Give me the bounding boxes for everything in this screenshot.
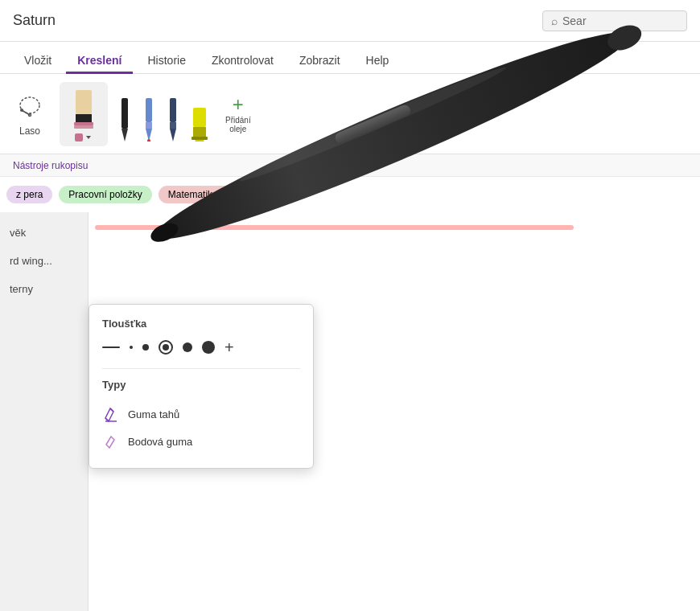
tags-bar: z pera Pracovní položky Matematika a fyz… [0, 177, 700, 212]
lasso-svg [15, 92, 44, 121]
thickness-xl-option[interactable] [202, 341, 215, 354]
eraser-stroke-option[interactable]: Guma tahů [102, 400, 300, 428]
svg-rect-9 [121, 98, 128, 129]
thickness-line-shape [102, 347, 120, 348]
svg-rect-15 [170, 98, 176, 122]
ribbon-toolbar: Laso [0, 74, 700, 154]
title-bar: Saturn ⌕ Sear [0, 0, 700, 42]
svg-rect-11 [146, 98, 152, 122]
svg-rect-4 [76, 90, 92, 114]
tab-historie[interactable]: Historie [136, 49, 196, 74]
app-title: Saturn [13, 12, 56, 29]
yellow-highlighter-tool[interactable] [187, 100, 212, 143]
eraser-stroke-svg [102, 405, 120, 423]
svg-marker-8 [86, 136, 91, 139]
search-box[interactable]: ⌕ Sear [542, 10, 687, 31]
thickness-plus-icon: + [224, 339, 234, 355]
eraser-icon [66, 87, 101, 137]
svg-rect-12 [146, 122, 152, 129]
lasso-icon [14, 92, 45, 122]
section-label-bar: Nástroje rukopisu [0, 154, 700, 177]
svg-rect-18 [193, 108, 206, 127]
eraser-stroke-icon [102, 405, 120, 423]
thickness-title: Tloušťka [102, 318, 300, 330]
thickness-md-option[interactable] [142, 344, 149, 351]
types-divider [102, 368, 300, 369]
blue-pen-icon [140, 95, 158, 141]
sidebar-item-vek[interactable]: věk [0, 219, 88, 247]
tag-matematika[interactable]: Matematika a fyzika [159, 186, 263, 203]
add-tool-button[interactable]: + Přidáníoleje [219, 92, 257, 137]
svg-rect-6 [74, 122, 93, 125]
eraser-point-option[interactable]: Bodová guma [102, 428, 300, 455]
pen-tools-row [114, 82, 212, 146]
sidebar-item-terny[interactable]: terny [0, 275, 88, 303]
dropdown-arrow-icon [84, 133, 93, 141]
eraser-point-icon [102, 433, 120, 450]
thickness-add-button[interactable]: + [224, 339, 234, 355]
black-pen-tool[interactable] [114, 93, 135, 143]
tab-kresleni[interactable]: Kreslení [66, 49, 133, 74]
section-label-text: Nástroje rukopisu [13, 160, 88, 171]
black-pen-icon [116, 95, 134, 141]
svg-marker-10 [121, 129, 128, 141]
thickness-sm-option[interactable] [130, 346, 133, 349]
svg-marker-17 [170, 129, 176, 141]
svg-marker-21 [193, 140, 206, 141]
thickness-dropdown: Tloušťka + Typy [89, 304, 314, 469]
blue-pen-tool[interactable] [138, 93, 159, 143]
tab-zkontrolovat[interactable]: Zkontrolovat [200, 49, 285, 74]
thickness-selected-option[interactable] [159, 340, 173, 355]
dark-pen-icon [164, 95, 182, 141]
tab-vlozit[interactable]: Vložit [13, 49, 63, 74]
lasso-label: Laso [19, 125, 40, 137]
thickness-line-option[interactable] [102, 347, 120, 348]
section-label: Nástroje rukopisu [314, 141, 383, 150]
svg-marker-19 [193, 127, 206, 137]
lasso-tool[interactable]: Laso [6, 87, 53, 141]
types-title: Typy [102, 379, 300, 391]
tab-zobrazit[interactable]: Zobrazit [288, 49, 352, 74]
tag-pracovni[interactable]: Pracovní položky [59, 186, 151, 203]
eraser-point-label: Bodová guma [128, 436, 192, 448]
search-icon: ⌕ [551, 14, 558, 27]
svg-rect-20 [191, 137, 208, 140]
sidebar-item-rdwing[interactable]: rd wing... [0, 247, 88, 275]
eraser-stroke-label: Guma tahů [128, 408, 179, 420]
thickness-lg-shape [183, 342, 192, 352]
tag-z-pera[interactable]: z pera [6, 186, 52, 203]
add-label: Přidáníoleje [225, 116, 251, 133]
tab-help[interactable]: Help [355, 49, 401, 74]
thickness-md-shape [142, 344, 149, 351]
highlight-bar [95, 225, 574, 230]
thickness-selected-shape [159, 340, 173, 355]
dark-pen-tool[interactable] [163, 93, 183, 143]
thickness-xl-shape [202, 341, 215, 354]
search-placeholder: Sear [562, 14, 587, 27]
yellow-highlighter-icon [188, 101, 211, 141]
svg-rect-7 [74, 125, 93, 129]
thickness-sm-shape [130, 346, 133, 349]
ribbon-tabs: Vložit Kreslení Historie Zkontrolovat Zo… [0, 42, 700, 74]
thickness-row: + [102, 339, 300, 355]
svg-rect-16 [170, 122, 176, 129]
add-icon: + [233, 95, 244, 114]
color-swatch [75, 133, 83, 141]
left-sidebar: věk rd wing... terny [0, 212, 89, 611]
eraser-tool-selected[interactable] [60, 82, 108, 146]
svg-point-14 [147, 139, 150, 141]
eraser-point-svg [102, 433, 120, 450]
thickness-lg-option[interactable] [183, 342, 192, 352]
